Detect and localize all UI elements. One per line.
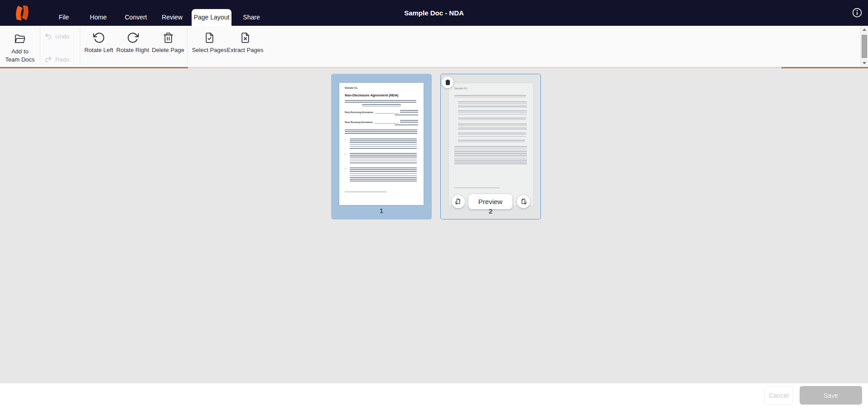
blank-line bbox=[375, 112, 399, 114]
scroll-up-arrow[interactable] bbox=[861, 27, 868, 33]
text-lines bbox=[454, 95, 526, 99]
text-lines bbox=[345, 129, 417, 135]
app-window: File Home Convert Review Page Layout Sha… bbox=[0, 0, 868, 410]
extract-pages-button[interactable]: Extract Pages bbox=[226, 26, 265, 67]
action-bar: Cancel Save bbox=[0, 383, 868, 410]
navbar: File Home Convert Review Page Layout Sha… bbox=[0, 0, 868, 26]
redo-button[interactable]: Redo bbox=[44, 55, 77, 64]
delete-page-label: Delete Page bbox=[152, 47, 184, 53]
numbered-item: 3. bbox=[345, 167, 418, 183]
tab-file[interactable]: File bbox=[48, 9, 80, 26]
cancel-button[interactable]: Cancel bbox=[764, 386, 793, 405]
nitro-logo[interactable] bbox=[12, 3, 32, 23]
page-footer-line bbox=[454, 187, 500, 188]
pages-canvas: Sample Co. Non-Disclosure Agreement (NDA… bbox=[0, 68, 868, 383]
tab-review[interactable]: Review bbox=[155, 9, 189, 26]
text-lines bbox=[350, 167, 417, 183]
field-label: Party Receiving Information: bbox=[345, 121, 373, 124]
page-check-icon bbox=[204, 32, 215, 44]
doc-heading: Non-Disclosure Agreement (NDA) bbox=[345, 93, 418, 97]
tab-convert[interactable]: Convert bbox=[116, 9, 155, 26]
numbered-item: 2. bbox=[345, 153, 418, 164]
redo-label: Redo bbox=[55, 56, 69, 63]
rotate-right-label: Rotate Right bbox=[116, 47, 149, 53]
text-lines bbox=[400, 110, 418, 114]
text-lines bbox=[458, 118, 526, 121]
toolbar-separator bbox=[40, 28, 40, 65]
delete-page-button[interactable]: Delete Page bbox=[150, 26, 186, 67]
rotate-left-label: Rotate Left bbox=[84, 47, 113, 53]
field-row: Party Disclosing Information: bbox=[345, 110, 418, 114]
rotate-page-left-button[interactable] bbox=[452, 195, 465, 208]
text-lines bbox=[458, 101, 527, 108]
nitro-logo-left bbox=[16, 6, 23, 21]
rotate-page-right-icon bbox=[520, 198, 527, 205]
document-title: Sample Doc - NDA bbox=[404, 0, 464, 26]
numbered-item: 1. bbox=[345, 138, 418, 150]
text-lines bbox=[400, 120, 418, 124]
doc-brand: Sample Co. bbox=[454, 87, 528, 90]
trash-icon bbox=[445, 79, 451, 86]
text-lines bbox=[362, 104, 401, 106]
extract-pages-label: Extract Pages bbox=[227, 47, 264, 53]
open-folder-icon bbox=[14, 33, 26, 44]
page-1-preview: Sample Co. Non-Disclosure Agreement (NDA… bbox=[339, 83, 424, 205]
add-to-team-docs-button[interactable]: Add toTeam Docs bbox=[1, 26, 39, 67]
rotate-right-button[interactable]: Rotate Right bbox=[115, 26, 150, 67]
redo-arrow-icon bbox=[44, 56, 52, 63]
tab-share[interactable]: Share bbox=[234, 9, 269, 26]
nitro-logo-right bbox=[22, 5, 29, 20]
item-number: 2. bbox=[345, 153, 348, 164]
text-lines bbox=[350, 138, 417, 150]
page-2-preview: Sample Co. bbox=[449, 83, 533, 205]
text-lines bbox=[350, 153, 417, 164]
page-thumbnail-2[interactable]: Sample Co. bbox=[440, 74, 541, 219]
text-lines bbox=[458, 110, 527, 115]
text-lines bbox=[458, 124, 527, 130]
text-lines bbox=[454, 146, 527, 165]
add-to-team-docs-label: Add toTeam Docs bbox=[5, 48, 34, 63]
page-number-label: 2 bbox=[441, 207, 540, 215]
toolbar-separator bbox=[80, 28, 80, 65]
toolbar-scrollbar[interactable] bbox=[860, 26, 868, 67]
save-button[interactable]: Save bbox=[800, 386, 862, 405]
item-number: 3. bbox=[345, 167, 348, 183]
delete-page-2-button[interactable] bbox=[442, 76, 453, 88]
text-lines bbox=[345, 100, 416, 104]
rotate-left-button[interactable]: Rotate Left bbox=[82, 26, 116, 67]
text-lines bbox=[458, 133, 526, 138]
page-x-icon bbox=[240, 32, 251, 44]
blank-line bbox=[375, 122, 399, 124]
page-number-label: 1 bbox=[331, 207, 432, 215]
scroll-down-arrow[interactable] bbox=[861, 60, 868, 66]
toolbar-separator bbox=[187, 28, 188, 65]
tab-page-layout[interactable]: Page Layout bbox=[192, 9, 231, 26]
info-icon[interactable] bbox=[852, 7, 863, 18]
nav-tabs: File Home Convert Review Page Layout Sha… bbox=[48, 9, 269, 26]
undo-label: Undo bbox=[55, 33, 69, 40]
select-pages-label: Select Pages bbox=[192, 47, 227, 53]
ribbon-toolbar: Add toTeam Docs Undo Redo bbox=[0, 26, 868, 67]
item-number: 1. bbox=[345, 138, 348, 150]
rotate-cw-icon bbox=[127, 32, 139, 44]
text-lines bbox=[395, 114, 418, 116]
undo-button[interactable]: Undo bbox=[44, 32, 77, 41]
rotate-page-left-icon bbox=[454, 198, 462, 205]
field-label: Party Disclosing Information: bbox=[345, 111, 374, 114]
doc-brand: Sample Co. bbox=[345, 86, 418, 89]
field-row: Party Receiving Information: bbox=[345, 120, 418, 124]
rotate-page-right-button[interactable] bbox=[517, 195, 530, 208]
page-footer-line bbox=[345, 191, 386, 192]
trash-icon bbox=[163, 32, 174, 44]
text-lines bbox=[458, 140, 525, 143]
rotate-ccw-icon bbox=[93, 32, 105, 44]
text-lines bbox=[395, 124, 418, 126]
select-pages-button[interactable]: Select Pages bbox=[190, 26, 228, 67]
scrollbar-thumb[interactable] bbox=[862, 35, 867, 58]
undo-arrow-icon bbox=[44, 33, 52, 40]
tab-home[interactable]: Home bbox=[80, 9, 116, 26]
page-thumbnail-1[interactable]: Sample Co. Non-Disclosure Agreement (NDA… bbox=[331, 74, 432, 219]
